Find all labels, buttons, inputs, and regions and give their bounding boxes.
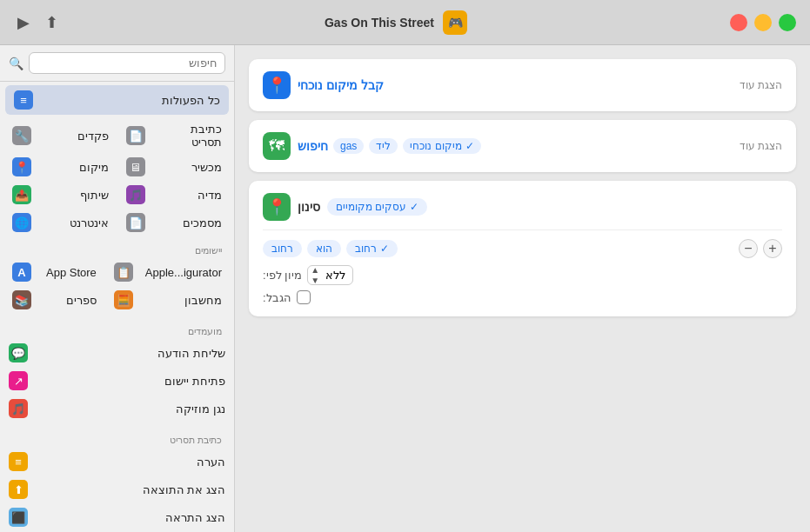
sidebar-item-nagen-muzika[interactable]: נגן מוזיקה 🎵: [0, 395, 234, 422]
close-button[interactable]: [730, 14, 747, 31]
card1-title: קבל מיקום נוכחי: [298, 78, 384, 92]
tag-mikom-nochi: ✓ מיקום נוכחי: [403, 138, 480, 154]
minimize-button[interactable]: [754, 14, 772, 31]
ptikhat-yishum-label: פתיחת יישום: [40, 375, 225, 388]
tag-gas-text: gas: [340, 140, 357, 152]
apps-section-title: יישומים: [0, 240, 234, 258]
card2-row: הצגת עוד ✓ מיקום נוכחי ליד gas חיפ: [263, 132, 782, 160]
content-area: הצגת עוד קבל מיקום נוכחי 📍 הצגת עוד ✓ מי…: [235, 45, 810, 532]
card1-label[interactable]: הצגת עוד: [740, 79, 782, 91]
sidebar-item-shituf[interactable]: שיתוף 📤: [3, 181, 117, 209]
sidebar-item-shlichat-hodaa[interactable]: שליחת הודעה 💬: [0, 339, 234, 367]
street-tag-rachov[interactable]: רחוב: [263, 240, 302, 257]
hera-label: הערה: [40, 456, 225, 469]
add-remove-btns: + −: [739, 239, 782, 258]
apps-list: Apple...igurator 📋 App Store A מחשבון 🧮 …: [0, 258, 234, 314]
mouzmadim-section: מועמדים שליחת הודעה 💬 פתיחת יישום ↗ נגן …: [0, 317, 234, 426]
sort-select[interactable]: ללא: [307, 265, 353, 285]
sort-right: ללא ▲▼ מיון לפי:: [263, 265, 353, 285]
filter-check: ✓: [410, 201, 418, 213]
limit-right: הגבל:: [263, 290, 311, 304]
title-bar: ▶ ⬆ Gas On This Street 🎮: [0, 0, 810, 45]
limit-row: הגבל:: [263, 290, 782, 304]
tag-check-icon: ✓: [465, 140, 474, 152]
maximize-button[interactable]: [779, 14, 796, 31]
apple-igurator-icon: 📋: [114, 263, 133, 282]
main-layout: 🔍 כל הפעולות ≡ כתיבת תסריט 📄 פקדים 🔧 מכש…: [0, 45, 810, 532]
pkadim-label: פקדים: [44, 130, 109, 143]
hatzeg-hatraah-icon: ⬛: [9, 508, 28, 527]
add-button[interactable]: +: [763, 239, 782, 258]
share-button[interactable]: ⬆: [42, 10, 62, 36]
ktivat-tasrit-section: כתיבת תסריט הערה ≡ הצג את התוצאה ⬆ הצג ה…: [0, 426, 234, 532]
card2-label[interactable]: הצגת עוד: [740, 140, 782, 152]
sfarim-icon: 📚: [12, 290, 31, 309]
remove-button[interactable]: −: [739, 239, 758, 258]
sidebar-item-machshir[interactable]: מכשיר 🖥: [117, 153, 231, 181]
sidebar: 🔍 כל הפעולות ≡ כתיבת תסריט 📄 פקדים 🔧 מכש…: [0, 45, 235, 532]
window-controls: [730, 14, 796, 31]
sidebar-item-internet[interactable]: אינטרנט 🌐: [3, 209, 117, 236]
card3-icon: 📍: [263, 193, 291, 221]
apps-section: יישומים Apple...igurator 📋 App Store A מ…: [0, 236, 234, 317]
card2-icon: 🗺: [263, 132, 291, 160]
nagen-muzika-icon: 🎵: [9, 399, 28, 418]
shlichat-hodaa-icon: 💬: [9, 343, 28, 362]
card1-row: הצגת עוד קבל מיקום נוכחי 📍: [263, 71, 782, 99]
sidebar-item-media[interactable]: מדיה 🎵: [117, 181, 231, 209]
shlichat-hodaa-label: שליחת הודעה: [40, 347, 225, 360]
sidebar-item-pkadim[interactable]: פקדים 🔧: [3, 118, 117, 153]
shituf-label: שיתוף: [44, 189, 109, 202]
title-bar-center: Gas On This Street 🎮: [325, 10, 467, 35]
mikom-icon: 📍: [12, 157, 31, 176]
sort-label: מיון לפי:: [263, 269, 302, 282]
sidebar-item-mikom[interactable]: מיקום 📍: [3, 153, 117, 181]
street-tag-rachov-checked-text: רחוב: [355, 243, 377, 255]
machshevon-label: מחשבון: [145, 294, 222, 307]
sidebar-item-apple-igurator[interactable]: Apple...igurator 📋: [105, 258, 231, 286]
limit-checkbox[interactable]: [297, 290, 311, 304]
sidebar-item-ptikhat-yishum[interactable]: פתיחת יישום ↗: [0, 367, 234, 395]
sidebar-item-hatzeg-totzaa[interactable]: הצג את התוצאה ⬆: [0, 475, 234, 503]
sidebar-item-machshevon[interactable]: מחשבון 🧮: [105, 286, 231, 314]
sort-row: ללא ▲▼ מיון לפי:: [263, 265, 782, 285]
app-store-icon: A: [12, 263, 31, 282]
mismachim-icon: 📄: [126, 213, 145, 232]
sidebar-item-all-actions[interactable]: כל הפעולות ≡: [5, 85, 229, 115]
tag-mikom-nochi-text: מיקום נוכחי: [410, 140, 461, 152]
card2-title-row: ✓ מיקום נוכחי ליד gas חיפוש 🗺: [263, 132, 481, 160]
street-tag-rachov-text: רחוב: [271, 243, 293, 255]
hera-icon: ≡: [9, 452, 28, 471]
card-filter: ✓ עסקים מקומיים סינון 📍 + − ✓: [249, 181, 796, 316]
internet-label: אינטרנט: [44, 216, 109, 229]
filter-tag-local-biz[interactable]: ✓ עסקים מקומיים: [327, 198, 427, 216]
all-actions-icon: ≡: [14, 90, 33, 110]
sidebar-item-hatzeg-hatraah[interactable]: הצג התראה ⬛: [0, 503, 234, 531]
title-bar-title: Gas On This Street: [325, 16, 434, 30]
title-bar-left: ▶ ⬆: [14, 10, 62, 36]
sidebar-item-mismachim[interactable]: מסמכים 📄: [117, 209, 231, 236]
sidebar-item-ktivat-tasrit[interactable]: כתיבת תסריט 📄: [117, 118, 231, 153]
all-actions-label: כל הפעולות: [45, 94, 220, 107]
tag-lid-text: ליד: [376, 140, 391, 152]
street-tag-rachov-checked[interactable]: ✓ רחוב: [346, 240, 398, 257]
hatzeg-totzaa-label: הצג את התוצאה: [40, 483, 225, 496]
search-input[interactable]: [29, 52, 225, 74]
filter-tags: ✓ עסקים מקומיים סינון: [298, 198, 427, 216]
sidebar-item-app-store[interactable]: App Store A: [3, 258, 105, 286]
sidebar-item-hera[interactable]: הערה ≡: [0, 448, 234, 475]
ktivat-tasrit-section-title: כתיבת תסריט: [0, 429, 234, 448]
ptikhat-yishum-icon: ↗: [9, 371, 28, 390]
street-tag-hu[interactable]: הוא: [307, 240, 341, 257]
play-button[interactable]: ▶: [14, 10, 33, 36]
filter-local-biz-text: עסקים מקומיים: [336, 201, 406, 213]
filter-label: סינון: [298, 200, 320, 214]
app-store-label: App Store: [44, 266, 97, 279]
street-tag-hu-text: הוא: [316, 243, 332, 255]
apple-igurator-label: Apple...igurator: [145, 266, 222, 279]
card3-street-row: + − ✓ רחוב הוא רחוב: [263, 239, 782, 258]
sidebar-item-sfarim[interactable]: ספרים 📚: [3, 286, 105, 314]
search-icon: 🔍: [9, 57, 23, 70]
app-icon: 🎮: [443, 10, 467, 35]
hatzeg-hatraah-label: הצג התראה: [40, 511, 225, 524]
